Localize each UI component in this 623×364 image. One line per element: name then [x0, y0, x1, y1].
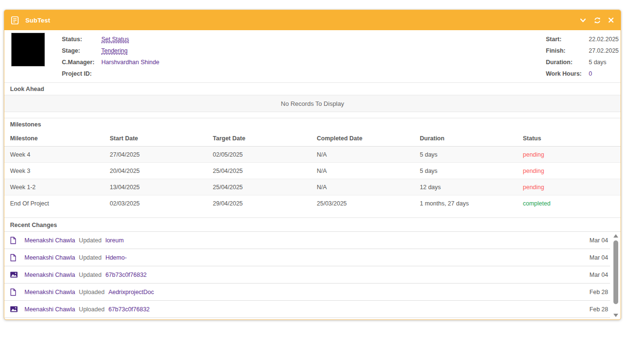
- titlebar: SubTest: [4, 10, 621, 30]
- change-action: Uploaded: [79, 306, 105, 313]
- milestone-status: pending: [523, 151, 615, 158]
- milestone-name: End Of Project: [10, 200, 110, 207]
- change-date: Mar 04: [589, 272, 610, 278]
- recent-change-item: Meenakshi Chawla Uploaded 67b73c0f76832 …: [4, 301, 610, 318]
- start-value: 22.02.2025: [588, 36, 619, 43]
- column-milestone: Milestone: [10, 135, 110, 142]
- image-icon: [10, 272, 19, 278]
- milestone-target-date: 25/04/2025: [213, 168, 317, 174]
- milestone-status: completed: [523, 200, 615, 207]
- column-duration: Duration: [420, 135, 523, 142]
- look-ahead-empty-message: No Records To Display: [4, 95, 621, 112]
- image-icon: [10, 306, 19, 312]
- milestone-row: Week 3 20/04/2025 25/04/2025 N/A 5 days …: [4, 163, 621, 179]
- project-document-icon: [11, 16, 19, 24]
- milestones-header-row: Milestone Start Date Target Date Complet…: [4, 131, 621, 147]
- milestone-target-date: 25/04/2025: [213, 184, 317, 191]
- recent-changes-list: Meenakshi Chawla Updated loreum Mar 04 M…: [4, 232, 621, 319]
- project-info-section: Status: Set Status Stage: Tendering C.Ma…: [4, 30, 621, 83]
- change-action: Updated: [79, 237, 102, 244]
- change-user-link[interactable]: Meenakshi Chawla: [24, 306, 75, 313]
- section-spacer: [4, 212, 621, 217]
- milestone-completed-date: N/A: [317, 184, 420, 191]
- milestone-start-date: 13/04/2025: [110, 184, 213, 191]
- milestone-name: Week 4: [10, 151, 110, 158]
- recent-change-item: Meenakshi Chawla Uploaded AedrixprojectD…: [4, 284, 610, 301]
- scroll-down-arrow[interactable]: [613, 314, 618, 317]
- look-ahead-title: Look Ahead: [4, 83, 621, 95]
- column-status: Status: [523, 135, 615, 142]
- project-thumbnail: [11, 33, 45, 67]
- project-id-label: Project ID:: [62, 68, 100, 80]
- change-target-link[interactable]: AedrixprojectDoc: [108, 289, 154, 296]
- finish-value: 27.02.2025: [588, 47, 619, 54]
- milestone-start-date: 02/03/2025: [110, 200, 213, 207]
- duration-label: Duration:: [546, 57, 587, 68]
- work-hours-value[interactable]: 0: [588, 70, 592, 77]
- milestone-completed-date: 25/03/2025: [317, 200, 420, 207]
- finish-label: Finish:: [546, 45, 587, 57]
- recent-change-item: Meenakshi Chawla Updated Hdemo- Mar 04: [4, 249, 610, 266]
- milestone-duration: 5 days: [420, 168, 523, 174]
- milestone-target-date: 02/05/2025: [213, 151, 317, 158]
- column-target-date: Target Date: [213, 135, 317, 142]
- refresh-icon[interactable]: [594, 17, 601, 24]
- change-date: Mar 04: [589, 237, 610, 244]
- milestone-name: Week 3: [10, 168, 110, 174]
- change-user-link[interactable]: Meenakshi Chawla: [24, 272, 75, 278]
- milestone-name: Week 1-2: [10, 184, 110, 191]
- status-label: Status:: [62, 34, 100, 45]
- milestone-row: End Of Project 02/03/2025 29/04/2025 25/…: [4, 195, 621, 212]
- stage-label: Stage:: [62, 45, 100, 57]
- change-user-link[interactable]: Meenakshi Chawla: [24, 237, 75, 244]
- change-date: Feb 28: [589, 289, 610, 296]
- window-title: SubTest: [25, 17, 50, 24]
- milestones-title: Milestones: [4, 118, 621, 131]
- milestone-row: Week 4 27/04/2025 02/05/2025 N/A 5 days …: [4, 147, 621, 163]
- milestone-target-date: 29/04/2025: [213, 200, 317, 207]
- milestone-status: pending: [523, 168, 615, 174]
- change-date: Feb 28: [589, 306, 610, 313]
- recent-change-item: Meenakshi Chawla Updated loreum Mar 04: [4, 232, 610, 249]
- titlebar-actions: [579, 17, 614, 24]
- change-action: Updated: [79, 254, 102, 261]
- cmanager-label: C.Manager:: [62, 57, 100, 68]
- info-fields-right: Start: 22.02.2025 Finish: 27.02.2025 Dur…: [546, 34, 620, 80]
- start-label: Start:: [546, 34, 587, 45]
- milestone-duration: 5 days: [420, 151, 523, 158]
- file-icon: [10, 237, 19, 244]
- milestone-start-date: 20/04/2025: [110, 168, 213, 174]
- scroll-up-arrow[interactable]: [613, 234, 618, 238]
- change-target-link[interactable]: loreum: [105, 237, 124, 244]
- recent-change-item: Meenakshi Chawla Updated 67b73c0f76832 M…: [4, 266, 610, 284]
- column-completed-date: Completed Date: [317, 135, 420, 142]
- vertical-scrollbar: [612, 233, 619, 318]
- change-target-link[interactable]: Hdemo-: [105, 254, 127, 261]
- milestone-row: Week 1-2 13/04/2025 25/04/2025 N/A 12 da…: [4, 179, 621, 195]
- project-popup-panel: SubTest Status: Set Status Stage: Tender…: [4, 10, 621, 320]
- close-icon[interactable]: [608, 17, 614, 23]
- section-divider: [4, 112, 621, 118]
- recent-changes-title: Recent Changes: [4, 217, 621, 232]
- file-icon: [10, 288, 19, 296]
- work-hours-label: Work Hours:: [546, 68, 587, 80]
- change-target-link[interactable]: 67b73c0f76832: [105, 272, 147, 278]
- change-target-link[interactable]: 67b73c0f76832: [108, 306, 150, 313]
- cmanager-link[interactable]: Harshvardhan Shinde: [101, 59, 159, 66]
- change-action: Uploaded: [79, 289, 105, 296]
- set-status-link[interactable]: Set Status: [101, 36, 129, 43]
- stage-link[interactable]: Tendering: [101, 47, 127, 55]
- milestone-duration: 12 days: [420, 184, 523, 191]
- milestone-duration: 1 months, 27 days: [420, 200, 523, 207]
- scrollbar-thumb[interactable]: [613, 240, 618, 304]
- collapse-icon[interactable]: [579, 17, 587, 23]
- scrollbar-track[interactable]: [613, 239, 618, 312]
- milestone-completed-date: N/A: [317, 168, 420, 174]
- change-user-link[interactable]: Meenakshi Chawla: [24, 254, 75, 261]
- file-icon: [10, 254, 19, 262]
- change-user-link[interactable]: Meenakshi Chawla: [24, 289, 75, 296]
- info-fields-left: Status: Set Status Stage: Tendering C.Ma…: [62, 34, 159, 80]
- column-start-date: Start Date: [110, 135, 213, 142]
- change-date: Mar 04: [589, 254, 610, 261]
- duration-value: 5 days: [588, 59, 606, 66]
